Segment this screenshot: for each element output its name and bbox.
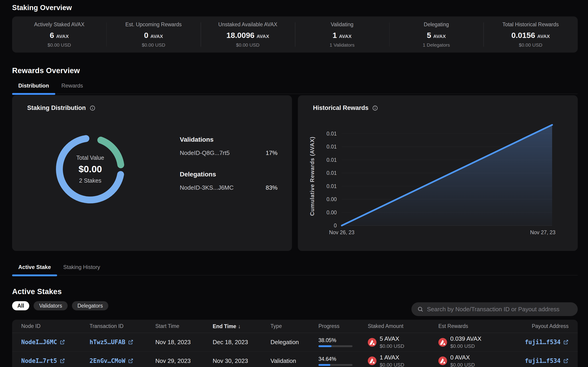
- svg-text:0.01: 0.01: [327, 131, 337, 137]
- stat-delegating: Delegating 5AVAX 1 Delegators: [389, 17, 484, 53]
- active-stakes-section: Active Stakes All Validators Delegators …: [12, 287, 578, 367]
- stake-tabs: Active Stake Staking History: [12, 264, 578, 275]
- filter-delegators[interactable]: Delegators: [72, 301, 108, 310]
- svg-text:Nov 27, 23: Nov 27, 23: [530, 229, 555, 235]
- transaction-id-link[interactable]: 2EnGv…CMoW: [90, 357, 133, 364]
- svg-text:0.00: 0.00: [327, 209, 337, 216]
- historical-rewards-card: Historical Rewards Cumulative Rewards (A…: [298, 95, 578, 251]
- rewards-overview-title: Rewards Overview: [12, 66, 578, 75]
- external-link-icon: [563, 339, 569, 345]
- start-time: Nov 18, 2023: [155, 339, 213, 346]
- payout-address-link[interactable]: fuji1…f534: [525, 339, 569, 346]
- table-row: NodeI…J6MC hTwz5…UFAB Nov 18, 2023 Dec 1…: [12, 333, 578, 351]
- avax-logo-icon: [438, 338, 447, 347]
- col-staked-amount[interactable]: Staked Amount: [368, 323, 438, 329]
- avax-logo-icon: [368, 338, 376, 347]
- external-link-icon: [128, 339, 133, 345]
- avax-logo-icon: [438, 357, 447, 365]
- donut-center-value: $0.00: [79, 164, 102, 175]
- col-transaction-id[interactable]: Transaction ID: [90, 323, 155, 329]
- sort-descending-icon: ↓: [238, 323, 241, 329]
- info-icon[interactable]: [90, 105, 96, 111]
- active-stakes-table: Node ID Transaction ID Start Time End Ti…: [12, 320, 578, 367]
- svg-text:0.01: 0.01: [327, 144, 337, 150]
- delegations-group: Delegations NodeID-3KS...J6MC 83%: [180, 171, 278, 191]
- stat-value: 0.0156: [512, 31, 535, 40]
- filter-all[interactable]: All: [12, 301, 29, 310]
- est-rewards: 0 AVAX$0.00 USD: [438, 354, 514, 367]
- search-icon: [417, 306, 424, 313]
- staked-amount: 1 AVAX$0.00 USD: [368, 354, 438, 367]
- external-link-icon: [60, 339, 65, 345]
- stat-value: 1: [333, 31, 337, 40]
- col-est-rewards[interactable]: Est Rewards: [438, 323, 514, 329]
- svg-text:0.00: 0.00: [327, 196, 337, 202]
- progress: 38.05%: [318, 337, 368, 347]
- avax-logo-icon: [368, 357, 376, 365]
- col-end-time[interactable]: End Time↓: [213, 323, 270, 330]
- end-time: Dec 18, 2023: [213, 339, 270, 346]
- progress-bar: [318, 345, 352, 347]
- donut-center-label: Total Value: [76, 154, 104, 161]
- active-stakes-title: Active Stakes: [12, 287, 578, 296]
- tabs-divider: [12, 94, 578, 94]
- progress-bar: [318, 364, 352, 366]
- validations-header: Validations: [180, 136, 278, 143]
- tab-staking-history[interactable]: Staking History: [57, 264, 106, 275]
- tab-active-stake[interactable]: Active Stake: [12, 264, 57, 275]
- tab-rewards[interactable]: Rewards: [55, 83, 89, 94]
- stat-actively-staked: Actively Staked AVAX 6AVAX $0.00 USD: [12, 17, 106, 53]
- svg-text:0.01: 0.01: [327, 170, 337, 176]
- stat-total-historical-rewards: Total Historical Rewards 0.0156AVAX $0.0…: [483, 17, 578, 53]
- col-progress[interactable]: Progress: [318, 323, 368, 329]
- external-link-icon: [128, 358, 133, 364]
- staked-amount: 5 AVAX$0.00 USD: [368, 335, 438, 349]
- filter-validators[interactable]: Validators: [33, 301, 68, 310]
- donut-center-sub: 2 Stakes: [79, 177, 101, 184]
- stake-type: Delegation: [270, 339, 318, 346]
- col-node-id[interactable]: Node ID: [21, 323, 90, 329]
- col-payout-address[interactable]: Payout Address: [514, 323, 569, 329]
- staking-overview-stats: Actively Staked AVAX 6AVAX $0.00 USD Est…: [12, 17, 578, 53]
- svg-text:0: 0: [334, 223, 337, 228]
- start-time: Nov 29, 2023: [155, 357, 213, 365]
- stat-value: 18.0096: [226, 31, 254, 40]
- stat-unstaked-available: Unstaked Available AVAX 18.0096AVAX $0.0…: [201, 17, 295, 53]
- page-title: Staking Overview: [12, 0, 578, 12]
- svg-text:0.01: 0.01: [327, 157, 337, 163]
- staking-distribution-card: Staking Distribution Total Value $0.00 2…: [12, 95, 292, 251]
- est-rewards: 0.039 AVAX$0.00 USD: [438, 335, 514, 349]
- stat-value: 6: [50, 31, 54, 40]
- delegation-item: NodeID-3KS...J6MC 83%: [180, 184, 278, 191]
- node-id-link[interactable]: NodeI…J6MC: [21, 339, 65, 346]
- historical-rewards-chart: 00.000.000.010.010.010.010.01 Nov 26, 23…: [298, 95, 578, 251]
- transaction-id-link[interactable]: hTwz5…UFAB: [90, 339, 133, 346]
- external-link-icon: [563, 358, 569, 364]
- col-type[interactable]: Type: [270, 323, 318, 329]
- validation-item: NodeID-Q8G...7rt5 17%: [180, 150, 278, 157]
- progress: 34.64%: [318, 356, 368, 366]
- payout-address-link[interactable]: fuji1…f534: [525, 357, 569, 364]
- external-link-icon: [60, 358, 65, 364]
- table-header: Node ID Transaction ID Start Time End Ti…: [12, 320, 578, 333]
- search-input[interactable]: [427, 306, 572, 313]
- table-row: NodeI…7rt5 2EnGv…CMoW Nov 29, 2023 Nov 3…: [12, 351, 578, 367]
- stake-type: Validation: [270, 357, 318, 365]
- tab-distribution[interactable]: Distribution: [12, 83, 55, 94]
- delegations-header: Delegations: [180, 171, 278, 178]
- node-id-link[interactable]: NodeI…7rt5: [21, 357, 65, 364]
- staking-distribution-donut: Total Value $0.00 2 Stakes: [51, 130, 129, 208]
- staking-distribution-title: Staking Distribution: [27, 104, 86, 111]
- stat-upcoming-rewards: Est. Upcoming Rewards 0AVAX $0.00 USD: [106, 17, 201, 53]
- svg-text:Nov 26, 23: Nov 26, 23: [329, 229, 354, 235]
- stat-value: 5: [427, 31, 431, 40]
- staking-dashboard: Staking Overview Actively Staked AVAX 6A…: [0, 0, 588, 367]
- svg-text:0.01: 0.01: [327, 183, 337, 189]
- stat-value: 0: [144, 31, 148, 40]
- rewards-tabs: Distribution Rewards: [12, 83, 578, 94]
- tabs-divider: [12, 275, 578, 275]
- col-start-time[interactable]: Start Time: [155, 323, 213, 329]
- validations-group: Validations NodeID-Q8G...7rt5 17%: [180, 136, 278, 157]
- stake-search[interactable]: [411, 302, 578, 316]
- end-time: Nov 30, 2023: [213, 357, 270, 365]
